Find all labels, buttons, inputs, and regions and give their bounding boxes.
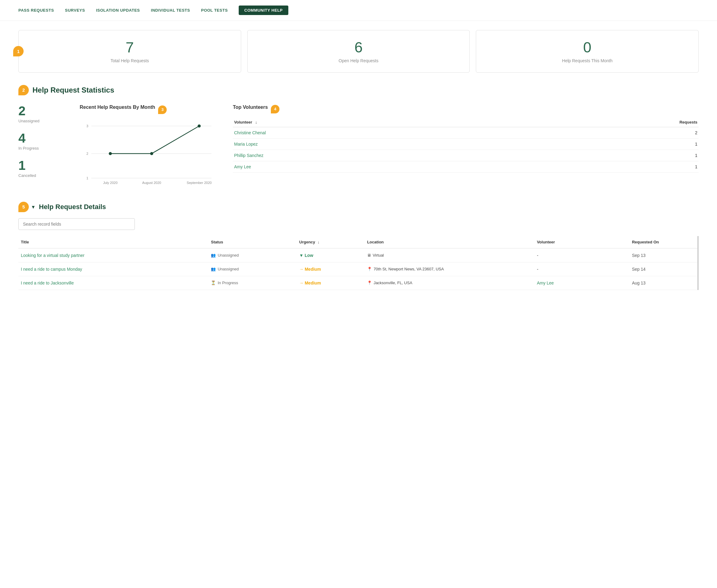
volunteer-name[interactable]: Amy Lee xyxy=(233,161,525,172)
request-urgency: → Medium xyxy=(297,262,365,276)
urgency-badge: → Medium xyxy=(299,280,321,286)
statistics-section-header: 2 Help Request Statistics xyxy=(18,85,699,95)
in-progress-stat: 4 In Progress xyxy=(18,132,67,150)
total-help-requests-number: 7 xyxy=(25,40,235,56)
status-icon: 👥 xyxy=(211,267,216,271)
request-date: Aug 13 xyxy=(629,276,697,290)
badge-3: 3 xyxy=(158,105,167,114)
monthly-help-requests-label: Help Requests This Month xyxy=(482,58,692,63)
total-help-requests-label: Total Help Requests xyxy=(25,58,235,63)
badge-5: 5 xyxy=(18,202,29,212)
table-row: I need a ride to campus Monday 👥 Unassig… xyxy=(18,262,697,276)
nav-pass-requests[interactable]: PASS REQUESTS xyxy=(18,8,54,13)
main-nav: PASS REQUESTS SURVEYS ISOLATION UPDATES … xyxy=(0,0,717,21)
request-location: 📍 70th St, Newport News, VA 23607, USA xyxy=(365,262,535,276)
volunteer-name[interactable]: Christine Chenal xyxy=(233,127,525,138)
chart-title: Recent Help Requests By Month xyxy=(80,105,155,110)
location-icon: 📍 xyxy=(367,267,372,271)
request-title[interactable]: I need a ride to Jacksonville xyxy=(18,276,208,290)
status-text: In Progress xyxy=(218,280,238,285)
chart-svg: 3 2 1 July 2020 August 2020 S xyxy=(80,118,221,186)
in-progress-label: In Progress xyxy=(18,146,67,150)
volunteer-requests: 1 xyxy=(525,161,699,172)
svg-text:3: 3 xyxy=(86,124,88,128)
col-title: Title xyxy=(18,236,208,248)
request-status: ⏳ In Progress xyxy=(208,276,297,290)
request-urgency: → Medium xyxy=(297,276,365,290)
top-volunteers-table: Volunteer ↓ Requests Christine Chenal 2 … xyxy=(233,118,699,173)
list-item: Maria Lopez 1 xyxy=(233,138,699,150)
status-text: Unassigned xyxy=(218,253,239,257)
request-date: Sep 13 xyxy=(629,248,697,262)
nav-community-help[interactable]: COMMUNITY HELP xyxy=(239,5,288,15)
request-status: 👥 Unassigned xyxy=(208,248,297,262)
table-row: I need a ride to Jacksonville ⏳ In Progr… xyxy=(18,276,697,290)
request-volunteer: - xyxy=(535,248,629,262)
monthly-help-requests-number: 0 xyxy=(482,40,692,56)
cancelled-label: Cancelled xyxy=(18,173,67,178)
nav-pool-tests[interactable]: POOL TESTS xyxy=(201,8,228,13)
tv-header-volunteer: Volunteer ↓ xyxy=(233,118,525,127)
list-item: Amy Lee 1 xyxy=(233,161,699,172)
list-item: Christine Chenal 2 xyxy=(233,127,699,138)
details-table: Title Status Urgency ↓ Location Voluntee… xyxy=(18,236,697,290)
request-status: 👥 Unassigned xyxy=(208,262,297,276)
badge-4: 4 xyxy=(271,105,279,113)
volunteer-name[interactable]: Maria Lopez xyxy=(233,138,525,150)
request-location: 🖥 Virtual xyxy=(365,248,535,262)
stat-card-month: 0 Help Requests This Month xyxy=(476,30,699,73)
stat-cards-row: 1 7 Total Help Requests 6 Open Help Requ… xyxy=(18,30,699,73)
col-volunteer: Volunteer xyxy=(535,236,629,248)
sort-icon: ↓ xyxy=(255,120,257,124)
statistics-body: 2 Unassigned 4 In Progress 1 Cancelled R… xyxy=(18,105,699,186)
chart-wrapper: 3 2 1 July 2020 August 2020 S xyxy=(80,118,221,186)
request-location: 📍 Jacksonville, FL, USA xyxy=(365,276,535,290)
details-header: 5 ▾ Help Request Details xyxy=(18,202,699,212)
open-help-requests-label: Open Help Requests xyxy=(254,58,463,63)
open-help-requests-number: 6 xyxy=(254,40,463,56)
unassigned-label: Unassigned xyxy=(18,119,67,123)
volunteer-requests: 2 xyxy=(525,127,699,138)
nav-surveys[interactable]: SURVEYS xyxy=(65,8,85,13)
urgency-badge: ▼ Low xyxy=(299,253,313,258)
svg-point-8 xyxy=(198,124,201,128)
svg-point-6 xyxy=(109,152,112,155)
request-volunteer: - xyxy=(535,262,629,276)
col-location: Location xyxy=(365,236,535,248)
top-volunteers-title: Top Volunteers xyxy=(233,105,268,110)
request-volunteer: Amy Lee xyxy=(535,276,629,290)
table-wrapper[interactable]: Title Status Urgency ↓ Location Voluntee… xyxy=(18,236,699,290)
status-text: Unassigned xyxy=(218,267,239,271)
svg-text:2: 2 xyxy=(86,152,88,155)
location-text: 70th St, Newport News, VA 23607, USA xyxy=(373,267,444,271)
cancelled-number: 1 xyxy=(18,159,67,172)
svg-text:1: 1 xyxy=(86,176,88,180)
nav-isolation-updates[interactable]: ISOLATION UPDATES xyxy=(96,8,140,13)
request-title[interactable]: I need a ride to campus Monday xyxy=(18,262,208,276)
nav-individual-tests[interactable]: INDIVIDUAL TESTS xyxy=(151,8,190,13)
volunteer-link[interactable]: Amy Lee xyxy=(537,280,554,286)
stat-card-open: 6 Open Help Requests xyxy=(247,30,470,73)
location-icon: 🖥 xyxy=(367,253,371,257)
location-text: Virtual xyxy=(373,253,384,257)
details-title: Help Request Details xyxy=(39,203,106,211)
request-title[interactable]: Looking for a virtual study partner xyxy=(18,248,208,262)
status-icon: 👥 xyxy=(211,253,216,257)
urgency-sort-icon[interactable]: ↓ xyxy=(318,240,320,244)
in-progress-number: 4 xyxy=(18,132,67,145)
request-date: Sep 14 xyxy=(629,262,697,276)
main-content: 1 7 Total Help Requests 6 Open Help Requ… xyxy=(0,21,717,299)
mini-stats: 2 Unassigned 4 In Progress 1 Cancelled xyxy=(18,105,67,186)
badge-1: 1 xyxy=(13,46,24,57)
status-icon: ⏳ xyxy=(211,280,216,285)
svg-text:September 2020: September 2020 xyxy=(187,181,212,185)
svg-text:July 2020: July 2020 xyxy=(103,181,117,185)
col-status: Status xyxy=(208,236,297,248)
search-input[interactable] xyxy=(18,218,135,230)
list-item: Phillip Sanchez 1 xyxy=(233,150,699,161)
col-requested-on: Requested On xyxy=(629,236,697,248)
tv-header-requests: Requests xyxy=(525,118,699,127)
volunteer-name[interactable]: Phillip Sanchez xyxy=(233,150,525,161)
top-volunteers-panel: Top Volunteers 4 Volunteer ↓ Requests Ch… xyxy=(233,105,699,186)
table-row: Looking for a virtual study partner 👥 Un… xyxy=(18,248,697,262)
